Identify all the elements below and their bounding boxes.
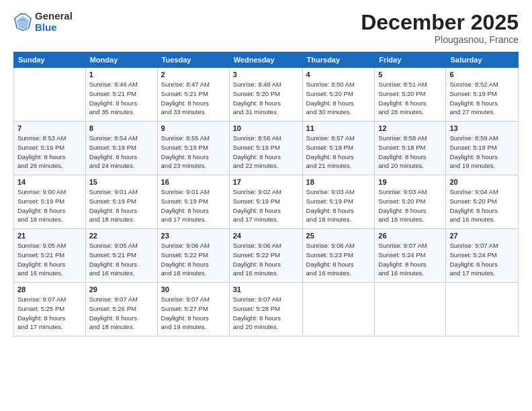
day-info: Sunrise: 9:07 AM Sunset: 5:28 PM Dayligh…	[233, 295, 299, 332]
weekday-header-wednesday: Wednesday	[229, 52, 302, 68]
day-number: 17	[233, 178, 299, 186]
calendar-cell: 2Sunrise: 8:47 AM Sunset: 5:21 PM Daylig…	[157, 68, 229, 122]
day-number: 1	[89, 71, 154, 79]
day-info: Sunrise: 9:01 AM Sunset: 5:19 PM Dayligh…	[89, 187, 154, 224]
calendar-cell: 9Sunrise: 8:55 AM Sunset: 5:19 PM Daylig…	[157, 122, 229, 175]
day-info: Sunrise: 8:53 AM Sunset: 5:19 PM Dayligh…	[17, 134, 82, 171]
calendar-cell: 17Sunrise: 9:02 AM Sunset: 5:19 PM Dayli…	[229, 175, 302, 229]
day-number: 19	[378, 178, 442, 186]
day-info: Sunrise: 9:07 AM Sunset: 5:24 PM Dayligh…	[449, 241, 515, 278]
header: General Blue December 2025 Plougasnou, F…	[13, 11, 519, 45]
calendar-cell: 3Sunrise: 8:48 AM Sunset: 5:20 PM Daylig…	[229, 68, 302, 122]
day-number: 6	[449, 71, 515, 79]
weekday-header-thursday: Thursday	[302, 52, 375, 68]
logo-icon	[13, 13, 32, 32]
calendar-cell: 1Sunrise: 8:46 AM Sunset: 5:21 PM Daylig…	[85, 68, 157, 122]
day-number: 24	[233, 232, 299, 240]
day-number: 23	[161, 232, 226, 240]
calendar-cell	[375, 283, 446, 336]
day-number: 12	[378, 124, 442, 132]
calendar-cell: 7Sunrise: 8:53 AM Sunset: 5:19 PM Daylig…	[14, 122, 86, 175]
day-info: Sunrise: 9:03 AM Sunset: 5:20 PM Dayligh…	[378, 187, 442, 224]
day-number: 21	[17, 232, 82, 240]
day-number: 20	[449, 178, 515, 186]
day-info: Sunrise: 9:02 AM Sunset: 5:19 PM Dayligh…	[233, 187, 299, 224]
day-number: 9	[161, 124, 226, 132]
day-info: Sunrise: 8:57 AM Sunset: 5:18 PM Dayligh…	[306, 134, 371, 171]
calendar-cell	[14, 68, 86, 122]
day-number: 16	[161, 178, 226, 186]
day-info: Sunrise: 8:47 AM Sunset: 5:21 PM Dayligh…	[161, 80, 226, 117]
weekday-header-tuesday: Tuesday	[157, 52, 229, 68]
calendar-cell: 20Sunrise: 9:04 AM Sunset: 5:20 PM Dayli…	[446, 175, 519, 229]
logo-general-text: General	[35, 11, 73, 22]
title-block: December 2025 Plougasnou, France	[361, 11, 519, 45]
calendar-cell: 10Sunrise: 8:56 AM Sunset: 5:19 PM Dayli…	[229, 122, 302, 175]
location: Plougasnou, France	[361, 34, 519, 45]
logo: General Blue	[13, 11, 73, 33]
day-number: 14	[17, 178, 82, 186]
calendar-cell: 5Sunrise: 8:51 AM Sunset: 5:20 PM Daylig…	[375, 68, 446, 122]
calendar-cell: 11Sunrise: 8:57 AM Sunset: 5:18 PM Dayli…	[302, 122, 375, 175]
calendar-table: SundayMondayTuesdayWednesdayThursdayFrid…	[13, 52, 519, 336]
day-info: Sunrise: 8:52 AM Sunset: 5:19 PM Dayligh…	[449, 80, 515, 117]
day-info: Sunrise: 8:55 AM Sunset: 5:19 PM Dayligh…	[161, 134, 226, 171]
calendar-cell: 25Sunrise: 9:06 AM Sunset: 5:23 PM Dayli…	[302, 229, 375, 283]
day-number: 7	[17, 124, 82, 132]
day-info: Sunrise: 8:59 AM Sunset: 5:19 PM Dayligh…	[449, 134, 515, 171]
calendar-cell: 27Sunrise: 9:07 AM Sunset: 5:24 PM Dayli…	[446, 229, 519, 283]
day-number: 4	[306, 71, 371, 79]
calendar-cell: 19Sunrise: 9:03 AM Sunset: 5:20 PM Dayli…	[375, 175, 446, 229]
day-number: 25	[306, 232, 371, 240]
day-number: 8	[89, 124, 154, 132]
day-info: Sunrise: 9:05 AM Sunset: 5:21 PM Dayligh…	[89, 241, 154, 278]
day-number: 29	[89, 285, 154, 293]
calendar-week-row: 1Sunrise: 8:46 AM Sunset: 5:21 PM Daylig…	[14, 68, 519, 122]
day-number: 10	[233, 124, 299, 132]
calendar-cell: 30Sunrise: 9:07 AM Sunset: 5:27 PM Dayli…	[157, 283, 229, 336]
logo-text: General Blue	[35, 11, 73, 33]
day-info: Sunrise: 9:00 AM Sunset: 5:19 PM Dayligh…	[17, 187, 82, 224]
calendar-cell: 13Sunrise: 8:59 AM Sunset: 5:19 PM Dayli…	[446, 122, 519, 175]
day-info: Sunrise: 8:54 AM Sunset: 5:19 PM Dayligh…	[89, 134, 154, 171]
day-info: Sunrise: 9:07 AM Sunset: 5:26 PM Dayligh…	[89, 295, 154, 332]
calendar-week-row: 21Sunrise: 9:05 AM Sunset: 5:21 PM Dayli…	[14, 229, 519, 283]
calendar-cell: 12Sunrise: 8:58 AM Sunset: 5:18 PM Dayli…	[375, 122, 446, 175]
day-info: Sunrise: 8:46 AM Sunset: 5:21 PM Dayligh…	[89, 80, 154, 117]
day-number: 30	[161, 285, 226, 293]
weekday-header-sunday: Sunday	[14, 52, 86, 68]
day-info: Sunrise: 8:51 AM Sunset: 5:20 PM Dayligh…	[378, 80, 442, 117]
day-number: 2	[161, 71, 226, 79]
day-info: Sunrise: 9:03 AM Sunset: 5:19 PM Dayligh…	[306, 187, 371, 224]
day-number: 22	[89, 232, 154, 240]
day-number: 31	[233, 285, 299, 293]
calendar-cell	[302, 283, 375, 336]
calendar-cell: 15Sunrise: 9:01 AM Sunset: 5:19 PM Dayli…	[85, 175, 157, 229]
calendar-cell: 28Sunrise: 9:07 AM Sunset: 5:25 PM Dayli…	[14, 283, 86, 336]
calendar-cell: 24Sunrise: 9:06 AM Sunset: 5:22 PM Dayli…	[229, 229, 302, 283]
calendar-cell: 6Sunrise: 8:52 AM Sunset: 5:19 PM Daylig…	[446, 68, 519, 122]
calendar-cell: 22Sunrise: 9:05 AM Sunset: 5:21 PM Dayli…	[85, 229, 157, 283]
day-number: 15	[89, 178, 154, 186]
calendar-week-row: 7Sunrise: 8:53 AM Sunset: 5:19 PM Daylig…	[14, 122, 519, 175]
day-info: Sunrise: 9:01 AM Sunset: 5:19 PM Dayligh…	[161, 187, 226, 224]
calendar-cell: 31Sunrise: 9:07 AM Sunset: 5:28 PM Dayli…	[229, 283, 302, 336]
calendar-cell	[446, 283, 519, 336]
weekday-header-saturday: Saturday	[446, 52, 519, 68]
day-number: 28	[17, 285, 82, 293]
day-info: Sunrise: 9:06 AM Sunset: 5:22 PM Dayligh…	[233, 241, 299, 278]
day-number: 5	[378, 71, 442, 79]
day-info: Sunrise: 9:05 AM Sunset: 5:21 PM Dayligh…	[17, 241, 82, 278]
day-info: Sunrise: 8:58 AM Sunset: 5:18 PM Dayligh…	[378, 134, 442, 171]
calendar-cell: 21Sunrise: 9:05 AM Sunset: 5:21 PM Dayli…	[14, 229, 86, 283]
day-info: Sunrise: 9:07 AM Sunset: 5:27 PM Dayligh…	[161, 295, 226, 332]
day-info: Sunrise: 9:06 AM Sunset: 5:23 PM Dayligh…	[306, 241, 371, 278]
month-title: December 2025	[361, 11, 519, 34]
weekday-header-monday: Monday	[85, 52, 157, 68]
day-number: 26	[378, 232, 442, 240]
calendar-cell: 29Sunrise: 9:07 AM Sunset: 5:26 PM Dayli…	[85, 283, 157, 336]
day-info: Sunrise: 9:04 AM Sunset: 5:20 PM Dayligh…	[449, 187, 515, 224]
calendar-cell: 18Sunrise: 9:03 AM Sunset: 5:19 PM Dayli…	[302, 175, 375, 229]
day-info: Sunrise: 9:07 AM Sunset: 5:25 PM Dayligh…	[17, 295, 82, 332]
weekday-header-friday: Friday	[375, 52, 446, 68]
